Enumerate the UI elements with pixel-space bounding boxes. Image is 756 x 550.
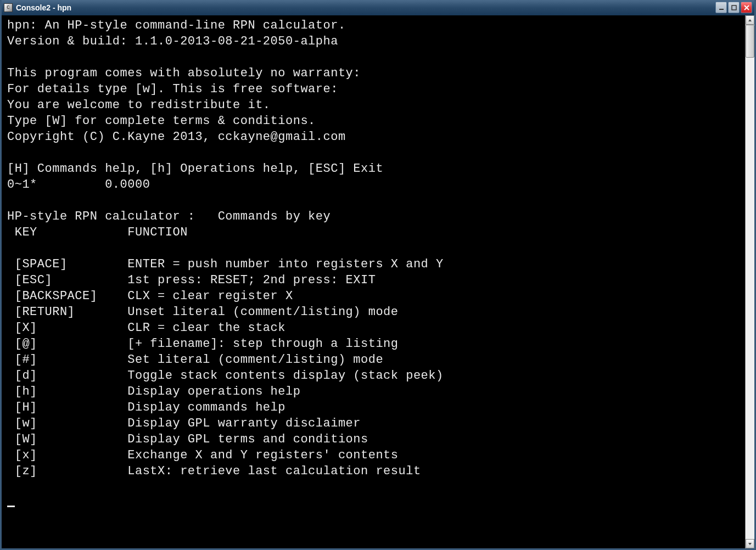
scroll-up-button[interactable] <box>746 15 754 25</box>
intro-line-5: You are welcome to redistribute it. <box>7 97 740 113</box>
command-row-6: [#] Set literal (comment/listing) mode <box>7 352 740 368</box>
command-row-0: [SPACE] ENTER = push number into registe… <box>7 256 740 272</box>
intro-line-8 <box>7 145 740 161</box>
minimize-icon <box>719 5 724 10</box>
blank <box>7 240 740 256</box>
close-icon <box>744 5 749 10</box>
command-row-10: [w] Display GPL warranty disclaimer <box>7 416 740 431</box>
intro-line-3: This program comes with absolutely no wa… <box>7 65 740 81</box>
intro-line-6: Type [W] for complete terms & conditions… <box>7 113 740 129</box>
column-headers: KEY FUNCTION <box>7 225 740 240</box>
window-frame: C Console2 - hpn hpn: An HP-style comman… <box>0 0 756 550</box>
blank <box>7 479 740 495</box>
svg-rect-1 <box>732 5 736 10</box>
window-controls <box>715 2 752 13</box>
scroll-down-button[interactable] <box>746 539 754 548</box>
close-button[interactable] <box>741 2 752 13</box>
terminal-output[interactable]: hpn: An HP-style command-line RPN calcul… <box>2 15 745 548</box>
command-row-5: [@] [+ filename]: step through a listing <box>7 336 740 352</box>
command-row-2: [BACKSPACE] CLX = clear register X <box>7 288 740 304</box>
chevron-up-icon <box>748 18 752 23</box>
window-title: Console2 - hpn <box>16 3 715 12</box>
prompt-line[interactable] <box>7 495 740 512</box>
intro-line-9: [H] Commands help, [h] Operations help, … <box>7 161 740 177</box>
status-line: 0~1* 0.0000 <box>7 177 740 193</box>
vertical-scrollbar[interactable] <box>745 15 754 548</box>
intro-line-1: Version & build: 1.1.0-2013-08-21-2050-a… <box>7 33 740 49</box>
command-row-13: [z] LastX: retrieve last calculation res… <box>7 463 740 479</box>
command-row-3: [RETURN] Unset literal (comment/listing)… <box>7 304 740 320</box>
command-row-9: [H] Display commands help <box>7 400 740 416</box>
chevron-down-icon <box>748 542 752 546</box>
app-icon: C <box>4 3 13 12</box>
maximize-button[interactable] <box>728 2 740 13</box>
command-row-1: [ESC] 1st press: RESET; 2nd press: EXIT <box>7 272 740 288</box>
cursor <box>7 495 15 507</box>
maximize-icon <box>731 5 737 10</box>
command-row-12: [x] Exchange X and Y registers' contents <box>7 447 740 463</box>
intro-line-7: Copyright (C) C.Kayne 2013, cckayne@gmai… <box>7 129 740 145</box>
titlebar[interactable]: C Console2 - hpn <box>2 0 754 15</box>
svg-rect-0 <box>719 9 724 10</box>
minimize-button[interactable] <box>715 2 727 13</box>
command-row-4: [X] CLR = clear the stack <box>7 320 740 336</box>
command-row-8: [h] Display operations help <box>7 384 740 400</box>
intro-line-2 <box>7 49 740 65</box>
intro-line-4: For details type [w]. This is free softw… <box>7 81 740 97</box>
blank <box>7 193 740 209</box>
scroll-track[interactable] <box>746 25 754 539</box>
command-row-11: [W] Display GPL terms and conditions <box>7 431 740 447</box>
client-area: hpn: An HP-style command-line RPN calcul… <box>2 15 754 548</box>
intro-line-0: hpn: An HP-style command-line RPN calcul… <box>7 18 740 33</box>
scroll-thumb[interactable] <box>746 25 754 58</box>
command-row-7: [d] Toggle stack contents display (stack… <box>7 368 740 384</box>
section-header: HP-style RPN calculator : Commands by ke… <box>7 209 740 225</box>
